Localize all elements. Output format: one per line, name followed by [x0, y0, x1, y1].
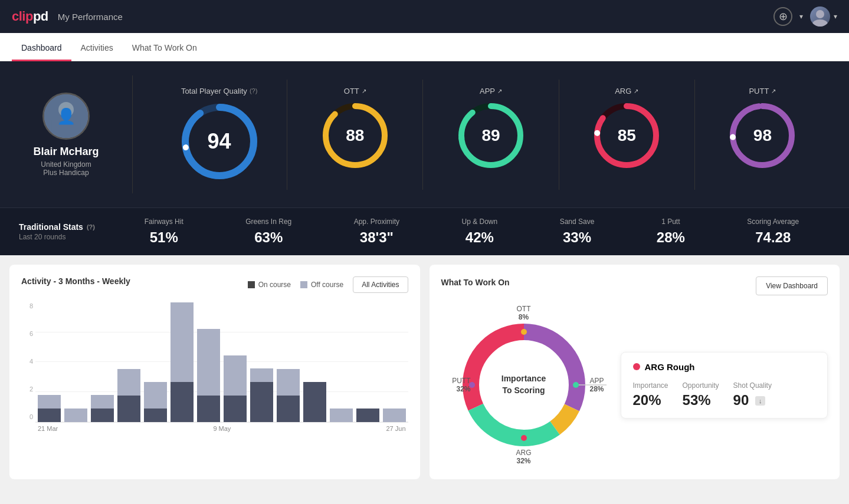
app-label: APP ↗ [480, 87, 502, 95]
ott-arrow-icon: ↗ [362, 88, 366, 94]
off-course-dot [300, 281, 307, 288]
tpq-gauge: 94 [178, 100, 261, 183]
putt-gauge: 98 [727, 100, 798, 171]
player-avatar: 👤 [42, 93, 90, 140]
importance-metric: Importance 20% [633, 381, 668, 409]
donut-center-text: ImportanceTo Scoring [501, 373, 546, 396]
stat-scoring-avg: Scoring Average 74.28 [747, 218, 799, 246]
user-chevron: ▾ [834, 12, 837, 21]
off-course-bar [197, 329, 220, 396]
detail-card-title: ARG Rough [633, 362, 816, 372]
on-course-bar [144, 409, 167, 422]
on-course-bar [224, 396, 247, 422]
bar-col-10 [303, 302, 326, 422]
player-info: 👤 Blair McHarg United Kingdom Plus Handi… [19, 93, 113, 177]
arg-label: ARG ↗ [615, 87, 638, 95]
on-course-bar [117, 396, 140, 422]
stat-gir: Greens In Reg 63% [245, 218, 291, 246]
stat-fairways: Fairways Hit 51% [145, 218, 183, 246]
on-course-bar [356, 409, 379, 422]
off-course-bar [117, 369, 140, 396]
app-value: 89 [481, 126, 500, 145]
detail-card: ARG Rough Importance 20% Opportunity 53%… [621, 352, 828, 419]
stats-items: Fairways Hit 51% Greens In Reg 63% App. … [113, 218, 830, 246]
ott-gauge: 88 [320, 100, 391, 171]
app-gauge: 89 [455, 100, 526, 171]
y-axis: 8 6 4 2 0 [21, 302, 35, 432]
header-right: ⊕ ▾ ▾ [773, 6, 837, 27]
shot-quality-metric: Shot Quality 90 ↓ [733, 381, 772, 409]
activity-chart-title: Activity - 3 Months - Weekly [21, 276, 130, 286]
bar-col-6 [197, 302, 220, 422]
on-course-bar [197, 396, 220, 422]
app-arrow-icon: ↗ [497, 88, 502, 94]
hero-top: 👤 Blair McHarg United Kingdom Plus Handi… [19, 75, 830, 193]
x-labels: 21 Mar 9 May 27 Jun [35, 423, 408, 432]
opportunity-metric: Opportunity 53% [683, 381, 719, 409]
svg-point-29 [521, 435, 527, 441]
svg-text:👤: 👤 [57, 107, 76, 126]
svg-point-0 [816, 10, 824, 18]
on-course-dot [248, 281, 255, 288]
plus-icon: ⊕ [779, 10, 788, 23]
off-course-bar [64, 409, 87, 422]
arg-section: ARG ↗ 85 [559, 80, 695, 190]
tab-what-to-work-on[interactable]: What To Work On [123, 36, 206, 61]
detail-dot [633, 363, 640, 370]
what-header: What To Work On View Dashboard [441, 276, 828, 295]
tpq-section: Total Player Quality (?) 94 [152, 80, 287, 190]
arg-gauge: 85 [591, 100, 662, 171]
bar-col-9 [277, 302, 300, 422]
off-course-bar [144, 382, 167, 409]
stat-1-putt: 1 Putt 28% [657, 218, 685, 246]
tpq-help-icon[interactable]: (?) [250, 87, 257, 94]
tab-dashboard[interactable]: Dashboard [12, 36, 71, 61]
stat-app-proximity: App. Proximity 38'3" [354, 218, 399, 246]
player-handicap: Plus Handicap [43, 169, 88, 177]
chart-inner: 21 Mar 9 May 27 Jun [35, 302, 408, 432]
bar-col-5 [171, 302, 194, 422]
all-activities-button[interactable]: All Activities [353, 276, 408, 293]
off-course-bar [250, 368, 273, 382]
stats-sublabel: Last 20 rounds [19, 233, 113, 241]
putt-value: 98 [753, 126, 772, 145]
user-avatar-area[interactable]: ▾ [810, 6, 837, 27]
add-button[interactable]: ⊕ [773, 7, 792, 26]
vertical-divider [132, 75, 133, 193]
player-name: Blair McHarg [33, 146, 99, 158]
legend-on-course: On course [248, 281, 291, 289]
putt-label: PUTT ↗ [749, 87, 776, 95]
off-course-bar [330, 409, 353, 422]
off-course-bar [383, 409, 406, 422]
shot-quality-badge: ↓ [755, 396, 766, 406]
arg-donut-label: ARG32% [516, 449, 531, 465]
off-course-bar [38, 395, 61, 409]
stats-help-icon[interactable]: (?) [87, 223, 95, 230]
off-course-bar [277, 369, 300, 396]
activity-chart-card: Activity - 3 Months - Weekly On course O… [9, 265, 420, 479]
main-content: Activity - 3 Months - Weekly On course O… [0, 255, 849, 489]
view-dashboard-button[interactable]: View Dashboard [756, 276, 828, 295]
tab-activities[interactable]: Activities [71, 36, 123, 61]
bar-col-8 [250, 302, 273, 422]
stats-label: Traditional Stats (?) [19, 222, 113, 232]
on-course-bar [38, 409, 61, 422]
bar-col-11 [330, 302, 353, 422]
on-course-bar [277, 396, 300, 422]
bar-chart: 8 6 4 2 0 21 Mar 9 May 27 Jun [21, 302, 408, 432]
arg-arrow-icon: ↗ [634, 88, 638, 94]
app-donut-label: APP28% [589, 377, 604, 393]
arg-value: 85 [618, 126, 636, 145]
logo[interactable]: clippd [12, 9, 48, 24]
on-course-bar [171, 382, 194, 422]
bar-col-13 [383, 302, 406, 422]
off-course-bar [224, 355, 247, 396]
what-to-work-on-card: What To Work On View Dashboard [430, 265, 840, 479]
on-course-bar [250, 382, 273, 422]
off-course-bar [171, 302, 194, 382]
stats-row: Traditional Stats (?) Last 20 rounds Fai… [0, 207, 849, 255]
stat-sand-save: Sand Save 33% [560, 218, 595, 246]
bar-col-7 [224, 302, 247, 422]
what-title: What To Work On [441, 278, 510, 287]
svg-point-28 [573, 382, 579, 388]
